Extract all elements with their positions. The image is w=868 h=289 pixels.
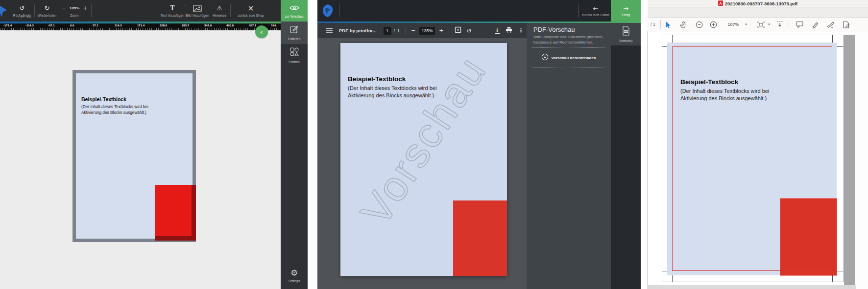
crop-mark — [662, 271, 667, 271]
more-options-icon[interactable]: ⋮ — [518, 27, 524, 34]
sidebar-title: PDF-Vorschau — [533, 26, 575, 33]
page-total: 1 — [397, 28, 400, 33]
print-icon[interactable] — [506, 26, 512, 35]
redo-button[interactable]: ↻ Wiederholen — [36, 0, 58, 22]
editor-red-rectangle[interactable] — [155, 185, 196, 241]
select-tool-button[interactable] — [664, 18, 673, 31]
highlight-tool-button[interactable] — [811, 18, 820, 31]
back-to-editor-button[interactable]: ← zurück zum Editor — [580, 0, 611, 22]
arrow-right-icon: → — [623, 5, 628, 12]
zoom-in-button[interactable]: + — [83, 4, 87, 12]
separator — [34, 4, 35, 17]
download-icon[interactable]: ↓ — [495, 27, 500, 34]
zoom-caret-down-icon[interactable]: ▾ — [744, 18, 748, 31]
zoom-label: Zoom — [70, 14, 78, 17]
editor-sidebar: zur Vorschau Editieren Formen ⚙ Settings — [281, 0, 308, 289]
acrobat-pdf-icon — [718, 0, 723, 8]
tab-vorschau[interactable]: PDF Vorschau — [611, 23, 641, 45]
arrow-left-icon: ← — [593, 5, 599, 12]
editor-toolbar: ↺ Rückgängig ↻ Wiederholen − 105% + Zoom… — [0, 0, 281, 22]
sidebar-item-preview[interactable]: zur Vorschau — [281, 0, 308, 22]
shapes-icon — [290, 47, 299, 58]
collapse-panel-button[interactable]: ‹ — [255, 25, 268, 38]
acrobat-scrollbar[interactable] — [856, 31, 868, 289]
add-text-button[interactable]: T Text hinzufügen — [161, 0, 184, 22]
ruler-tick: 57.1 — [93, 24, 98, 27]
scroll-mode-button[interactable] — [775, 18, 784, 31]
add-image-button[interactable]: Bild hinzufügen — [186, 0, 209, 22]
zoom-controls: − 105% + Zoom — [60, 0, 89, 22]
zoom-out-button[interactable]: − — [411, 27, 415, 34]
separator — [789, 20, 789, 29]
preview-page: Vorschau Beispiel-Textblock (Der Inhalt … — [340, 43, 507, 276]
zoom-out-button[interactable] — [695, 18, 703, 31]
undo-button[interactable]: ↺ Rückgängig — [12, 0, 32, 22]
separator — [9, 4, 9, 17]
add-image-label: Bild hinzufügen — [186, 14, 209, 17]
crop-mark — [672, 35, 673, 43]
editor-canvas[interactable]: Beispiel-Textblock (Der Inhalt dieses Te… — [0, 30, 281, 289]
scroll-page-icon — [776, 21, 783, 28]
zoom-value[interactable]: 107% — [726, 18, 741, 31]
sidebar-item-shapes[interactable]: Formen — [281, 44, 308, 67]
fit-page-icon[interactable] — [455, 26, 461, 35]
hints-button[interactable]: ⚠ Hinweise — [211, 0, 228, 22]
block-body-line2: Aktivierung des Blocks ausgewählt.) — [348, 92, 434, 99]
separator — [230, 4, 231, 17]
fit-page-button[interactable] — [756, 18, 765, 31]
ruler-tick: 400.0 — [226, 24, 234, 27]
svg-text:PDF: PDF — [624, 31, 628, 33]
zoom-in-button[interactable]: + — [439, 27, 443, 34]
rotate-icon[interactable]: ↺ — [467, 27, 472, 34]
zoom-value[interactable]: 135% — [419, 27, 435, 35]
shapes-label: Formen — [289, 60, 299, 64]
page-edit-icon — [843, 21, 850, 28]
hand-icon — [680, 21, 687, 28]
sidebar-item-edit[interactable]: Editieren — [281, 22, 308, 44]
hints-label: Hinweise — [213, 14, 226, 17]
text-tool-icon: T — [170, 4, 174, 12]
sidebar-item-settings[interactable]: ⚙ Settings — [281, 264, 308, 287]
page-indicator: / 1 — [649, 18, 657, 31]
page-number-input[interactable]: 1 — [384, 27, 391, 35]
crop-mark — [837, 271, 844, 271]
redo-icon: ↻ — [45, 4, 50, 12]
separator — [660, 20, 661, 29]
cursor-icon — [665, 21, 671, 28]
download-preview-label: Vorschau herunterladen — [551, 56, 596, 60]
preview-label: zur Vorschau — [285, 15, 304, 18]
hand-tool-button[interactable] — [679, 18, 688, 31]
block-body-line1: (Der Inhalt dieses Textblocks wird bei — [81, 104, 148, 110]
zoom-out-icon — [696, 21, 703, 28]
chevron-left-icon: ‹ — [260, 28, 263, 36]
download-preview-button[interactable]: Vorschau herunterladen — [527, 50, 611, 65]
tab-vorschau-label: Vorschau — [619, 39, 632, 43]
menu-icon[interactable] — [325, 26, 333, 35]
edit-page-tool-button[interactable] — [842, 18, 850, 31]
fill-sign-button[interactable] — [826, 18, 835, 31]
comment-tool-button[interactable] — [795, 18, 804, 31]
separator — [406, 27, 406, 35]
zoom-out-button[interactable]: − — [62, 4, 66, 12]
back-to-shop-button[interactable]: × zurück zum Shop — [231, 0, 270, 22]
preview-header: ← zurück zum Editor — [317, 0, 641, 22]
fit-caret-down-icon[interactable]: ▾ — [767, 18, 772, 31]
ruler-tick: 457.1 — [249, 24, 256, 27]
done-button[interactable]: → Fertig — [611, 0, 641, 22]
editor-ruler: -171.4 -114.3 -57.1 0.0 57.1 114.3 171.4… — [0, 23, 281, 30]
comment-icon — [796, 21, 803, 28]
page-separator: / — [394, 28, 395, 33]
acrobat-bottom-strip — [648, 285, 856, 289]
zoom-in-button[interactable] — [709, 18, 718, 31]
sidebar-subtitle-line2: besonders auf Rechtschreibfehler. — [533, 40, 593, 44]
warning-icon: ⚠ — [217, 4, 222, 12]
separator — [210, 4, 210, 17]
pdf-document-icon: PDF — [622, 26, 630, 38]
undo-label: Rückgängig — [13, 14, 31, 17]
ruler-tick: 0.0 — [70, 24, 74, 27]
separator — [339, 4, 339, 18]
pdf-viewer-toolbar: PDF by printfor... 1 / 1 − 135% + ↺ ↓ ⋮ — [317, 23, 527, 38]
cloud-download-icon — [541, 53, 549, 63]
crop-mark — [832, 35, 833, 43]
highlighter-icon — [812, 21, 819, 28]
